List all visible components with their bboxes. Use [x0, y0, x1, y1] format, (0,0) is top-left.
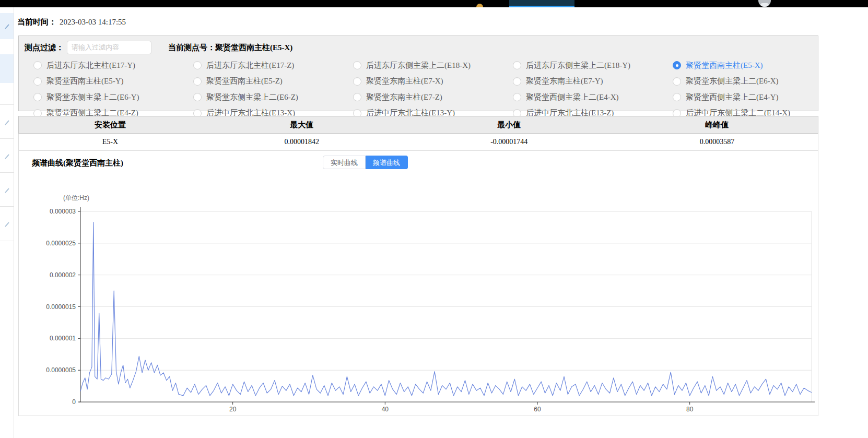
measure-point-radio[interactable]: 聚贤堂东侧主梁上二(E6-Y): [33, 92, 193, 102]
sidebar-item[interactable]: [0, 104, 14, 139]
measure-point-label: 后进东厅东北主柱(E17-Z): [206, 61, 294, 70]
measure-point-label: 聚贤堂东南主柱(E7-X): [366, 76, 443, 86]
measure-point-label: 聚贤堂西南主柱(E5-Z): [206, 76, 283, 86]
measure-point-label: 聚贤堂东南主柱(E7-Y): [526, 76, 603, 86]
current-point-text: 当前测点号：聚贤堂西南主柱(E5-X): [168, 43, 292, 53]
measure-point-radio[interactable]: 后进东厅东北主柱(E17-Y): [33, 61, 193, 70]
check-icon: [5, 222, 9, 227]
svg-text:0.000003: 0.000003: [50, 208, 76, 215]
svg-text:0.0000005: 0.0000005: [46, 366, 76, 374]
measure-point-radio[interactable]: 聚贤堂西南主柱(E5-X): [673, 61, 832, 70]
line-chart-icon: [5, 24, 9, 29]
table-header-cell: 安装位置: [19, 116, 202, 134]
measure-point-label: 聚贤堂西南主柱(E5-Y): [46, 76, 123, 86]
measure-point-label: 后进东厅东北主柱(E17-Y): [46, 61, 135, 70]
radio-icon[interactable]: [673, 93, 681, 101]
current-time-row: 当前时间：2023-03-03 14:17:55: [17, 17, 126, 27]
sidebar-item[interactable]: [0, 138, 14, 173]
curve-tab-group: 实时曲线频谱曲线: [323, 156, 408, 169]
svg-text:0.0000015: 0.0000015: [46, 303, 76, 311]
radio-icon[interactable]: [33, 93, 42, 101]
measure-point-label: 聚贤堂东侧主梁上二(E6-X): [686, 76, 778, 86]
measure-point-label: 聚贤堂西侧主梁上二(E4-Y): [686, 92, 778, 102]
measure-point-radio[interactable]: 聚贤堂东侧主梁上二(E6-X): [673, 76, 832, 86]
measure-point-radio[interactable]: 聚贤堂东南主柱(E7-Z): [353, 92, 513, 102]
measure-point-radio[interactable]: 聚贤堂西侧主梁上二(E4-X): [513, 92, 673, 102]
current-time-label: 当前时间：: [17, 18, 56, 26]
measure-point-label: 聚贤堂东侧主梁上二(E6-Z): [206, 92, 298, 102]
measure-point-panel: 测点过滤： 当前测点号：聚贤堂西南主柱(E5-X) 后进东厅东北主柱(E17-Y…: [18, 35, 818, 111]
measure-point-label: 聚贤堂西南主柱(E5-X): [686, 61, 763, 70]
svg-text:0.000001: 0.000001: [50, 335, 76, 342]
monitoring-screen: 当前时间：2023-03-03 14:17:55 测点过滤： 当前测点号：聚贤堂…: [0, 0, 868, 438]
radio-icon[interactable]: [513, 77, 521, 86]
filter-label: 测点过滤：: [25, 43, 64, 53]
svg-text:80: 80: [686, 406, 694, 413]
measure-point-radio[interactable]: 聚贤堂东南主柱(E7-X): [353, 76, 513, 86]
sidebar-item[interactable]: [0, 206, 14, 241]
measure-point-label: 聚贤堂西侧主梁上二(E4-X): [526, 92, 618, 102]
measure-point-label: 聚贤堂东南主柱(E7-Z): [366, 92, 442, 102]
svg-text:40: 40: [382, 406, 389, 413]
spectrum-curve-tab[interactable]: 频谱曲线: [366, 156, 408, 169]
radio-icon[interactable]: [353, 93, 361, 101]
measure-point-radio[interactable]: 后进东厅东北主柱(E17-Z): [193, 61, 353, 70]
radio-icon[interactable]: [513, 61, 521, 69]
radio-icon[interactable]: [353, 61, 361, 69]
spectrum-chart-panel: 频谱曲线(聚贤堂西南主柱) 实时曲线频谱曲线 0.0000030.0000025…: [18, 150, 818, 416]
measure-point-label: 后进东厅东侧主梁上二(E18-Y): [526, 61, 630, 70]
table-row: E5-X0.00001842-0.000017440.00003587: [19, 134, 818, 151]
avatar[interactable]: [758, 0, 771, 7]
table-cell: 0.00001842: [202, 134, 402, 151]
measure-point-radio[interactable]: 聚贤堂东南主柱(E7-Y): [513, 76, 673, 86]
svg-text:0.000002: 0.000002: [50, 271, 76, 279]
radio-icon[interactable]: [33, 77, 42, 86]
chart-title: 频谱曲线(聚贤堂西南主柱): [32, 158, 123, 168]
filter-input[interactable]: [67, 41, 151, 54]
left-sidebar-rail: [0, 7, 14, 438]
svg-text:0.0000025: 0.0000025: [46, 240, 76, 247]
spectrum-line-chart: 0.0000030.00000250.0000020.00000150.0000…: [19, 180, 818, 415]
check-icon: [5, 154, 9, 159]
table-header-cell: 最小值: [402, 116, 616, 134]
active-nav-tab[interactable]: [509, 0, 574, 7]
radio-selected-icon[interactable]: [673, 61, 681, 69]
measure-point-radio[interactable]: 聚贤堂西南主柱(E5-Z): [193, 76, 353, 86]
table-cell: -0.00001744: [402, 134, 616, 151]
sidebar-item[interactable]: [0, 172, 14, 207]
radio-icon[interactable]: [33, 61, 42, 69]
table-cell: E5-X: [19, 134, 202, 151]
measure-point-label: 后进东厅东侧主梁上二(E18-X): [366, 61, 471, 70]
sidebar-item-active[interactable]: [0, 54, 14, 83]
check-icon: [5, 188, 9, 193]
stats-table: 安装位置最大值最小值峰峰值 E5-X0.00001842-0.000017440…: [18, 116, 818, 151]
bell-icon[interactable]: [476, 4, 483, 7]
radio-icon[interactable]: [193, 61, 202, 69]
measure-point-radio[interactable]: 后进东厅东侧主梁上二(E18-X): [353, 61, 513, 70]
measure-point-radio[interactable]: 聚贤堂西侧主梁上二(E4-Y): [673, 92, 832, 102]
radio-icon[interactable]: [193, 93, 202, 101]
radio-icon[interactable]: [353, 77, 361, 86]
radio-icon[interactable]: [673, 77, 681, 86]
measure-point-radio[interactable]: 后进东厅东侧主梁上二(E18-Y): [513, 61, 673, 70]
current-time-value: 2023-03-03 14:17:55: [60, 18, 126, 26]
realtime-curve-tab[interactable]: 实时曲线: [323, 156, 366, 169]
measure-point-radio[interactable]: 聚贤堂西南主柱(E5-Y): [33, 76, 193, 86]
top-nav-bar: [0, 0, 868, 7]
measure-point-label: 聚贤堂东侧主梁上二(E6-Y): [46, 92, 139, 102]
radio-icon[interactable]: [513, 93, 521, 101]
measure-point-radio[interactable]: 聚贤堂东侧主梁上二(E6-Z): [193, 92, 353, 102]
radio-icon[interactable]: [193, 77, 202, 86]
sidebar-item-chart[interactable]: [0, 13, 14, 39]
table-header-cell: 峰峰值: [616, 116, 818, 134]
table-header-row: 安装位置最大值最小值峰峰值: [19, 116, 818, 134]
check-icon: [5, 120, 9, 125]
table-cell: 0.00003587: [616, 134, 818, 151]
measure-point-list: 后进东厅东北主柱(E17-Y)后进东厅东北主柱(E17-Z)后进东厅东侧主梁上二…: [33, 57, 832, 121]
table-header-cell: 最大值: [202, 116, 402, 134]
svg-text:0: 0: [72, 398, 76, 406]
svg-text:(单位:Hz): (单位:Hz): [63, 194, 89, 202]
svg-text:60: 60: [534, 406, 541, 413]
svg-text:20: 20: [229, 406, 237, 413]
